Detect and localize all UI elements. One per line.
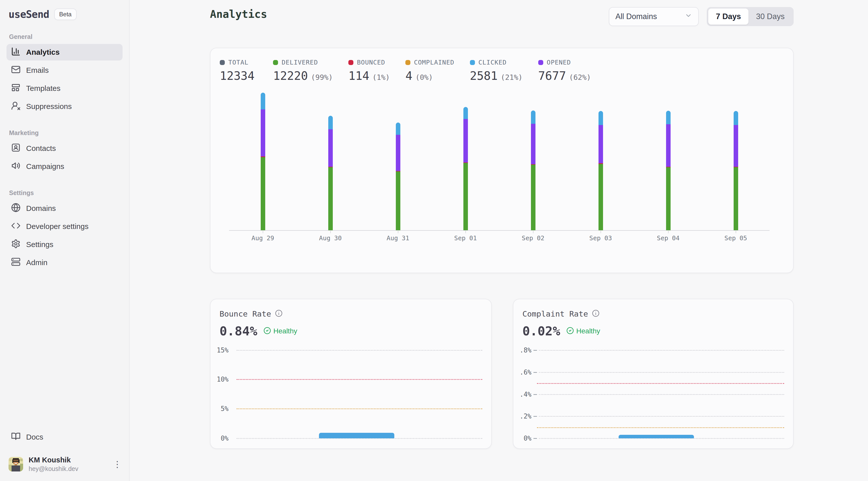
volume-bar-segment-opened xyxy=(598,125,603,163)
stat-percent: (1%) xyxy=(372,73,390,82)
x-axis-label: Sep 02 xyxy=(522,234,544,242)
sidebar-item-templates[interactable]: Templates xyxy=(6,80,123,97)
gridline-row: .8% xyxy=(519,347,784,354)
clicked-dot xyxy=(470,60,475,65)
volume-bar[interactable] xyxy=(666,111,671,230)
stats-row: TOTAL 12334 DELIVERED 12220(99%) BOUNCED… xyxy=(211,48,793,83)
section-label-marketing: Marketing xyxy=(9,129,123,136)
volume-bar[interactable] xyxy=(328,116,333,230)
book-open-icon xyxy=(11,431,21,443)
x-axis-tick xyxy=(533,231,533,233)
y-axis-label: 0% xyxy=(519,435,531,442)
sidebar-item-contacts[interactable]: Contacts xyxy=(6,140,123,157)
gridline-row: 5% xyxy=(217,405,482,413)
domain-filter-value: All Domains xyxy=(615,12,657,21)
sidebar-item-label: Contacts xyxy=(26,144,56,153)
y-axis-label: .4% xyxy=(519,391,531,398)
gridline-row: .6% xyxy=(519,368,784,376)
volume-axis-ticks xyxy=(229,231,770,233)
volume-bar-segment-clicked xyxy=(463,107,468,119)
stat-label: CLICKED xyxy=(478,59,506,66)
sidebar-item-docs[interactable]: Docs xyxy=(6,429,123,445)
sidebar-item-settings[interactable]: Settings xyxy=(6,236,123,253)
mail-icon xyxy=(11,65,21,76)
volume-bar[interactable] xyxy=(598,111,603,230)
stat-label: COMPLAINED xyxy=(414,59,454,66)
volume-bar[interactable] xyxy=(396,123,400,230)
email-volume-card: TOTAL 12334 DELIVERED 12220(99%) BOUNCED… xyxy=(210,48,794,273)
sidebar-item-emails[interactable]: Emails xyxy=(6,62,123,78)
x-axis-label: Sep 01 xyxy=(454,234,477,242)
gridline-row: .2% xyxy=(519,413,784,420)
volume-bar[interactable] xyxy=(734,111,738,230)
volume-bar-segment-clicked xyxy=(328,116,333,129)
bounce-rate-card: Bounce Rate 0.84% Healthy 15% 10% 5% 0% xyxy=(210,299,492,449)
range-30-days-button[interactable]: 30 Days xyxy=(748,8,792,25)
opened-dot xyxy=(538,60,543,65)
volume-bar-segment-delivered xyxy=(666,167,671,230)
volume-bar[interactable] xyxy=(261,93,265,230)
y-axis-tick xyxy=(533,350,537,351)
volume-bar-segment-clicked xyxy=(734,111,738,125)
app-logo: useSend xyxy=(8,8,49,20)
stat-percent: (21%) xyxy=(501,73,523,82)
stat-label: OPENED xyxy=(547,59,571,66)
x-axis-tick xyxy=(398,231,398,233)
complaint-chart: .8% .6% .4% .2% 0% xyxy=(514,299,793,448)
sidebar-item-analytics[interactable]: Analytics xyxy=(6,44,123,61)
user-email: hey@koushik.dev xyxy=(29,465,107,473)
server-icon xyxy=(11,257,21,268)
volume-x-labels: Aug 29Aug 30Aug 31Sep 01Sep 02Sep 03Sep … xyxy=(229,234,770,243)
range-7-days-button[interactable]: 7 Days xyxy=(708,8,748,25)
volume-bar-segment-delivered xyxy=(463,163,468,230)
danger-threshold-line xyxy=(237,379,482,380)
globe-icon xyxy=(11,203,21,214)
stat-percent: (62%) xyxy=(569,73,591,82)
chevron-down-icon xyxy=(685,12,692,21)
volume-bar-segment-opened xyxy=(531,124,535,164)
y-axis-label: 15% xyxy=(217,347,228,354)
user-x-icon xyxy=(11,101,21,112)
gridline-row: .4% xyxy=(519,391,784,398)
sidebar-item-domains[interactable]: Domains xyxy=(6,200,123,217)
volume-bar-segment-clicked xyxy=(261,93,265,110)
x-axis-label: Sep 05 xyxy=(724,234,747,242)
user-meta: KM Koushik hey@koushik.dev xyxy=(29,456,107,473)
volume-bar-segment-clicked xyxy=(598,111,603,125)
stat-label: BOUNCED xyxy=(357,59,385,66)
y-axis-label: .8% xyxy=(519,347,531,354)
bounce-rate-bar[interactable] xyxy=(319,433,394,438)
domain-filter-select[interactable]: All Domains xyxy=(609,7,699,26)
x-axis-tick xyxy=(600,231,601,233)
y-axis-label: 0% xyxy=(217,435,228,442)
stat-delivered: DELIVERED 12220(99%) xyxy=(273,59,333,83)
x-axis-label: Aug 30 xyxy=(319,234,342,242)
gridline xyxy=(539,350,784,351)
volume-bar-segment-opened xyxy=(666,124,671,167)
y-axis-tick xyxy=(533,372,537,373)
volume-bar-segment-delivered xyxy=(598,164,603,230)
stat-total: TOTAL 12334 xyxy=(220,59,257,83)
volume-bar-segment-delivered xyxy=(261,157,265,230)
sidebar-item-suppressions[interactable]: Suppressions xyxy=(6,98,123,115)
complaint-rate-bar[interactable] xyxy=(619,435,694,438)
volume-bar[interactable] xyxy=(463,107,468,230)
y-axis-label: 5% xyxy=(217,405,228,413)
sidebar-item-campaigns[interactable]: Campaigns xyxy=(6,158,123,175)
gridline-row: 10% xyxy=(217,376,482,383)
volume-bar-segment-clicked xyxy=(396,123,400,135)
sidebar-item-label: Domains xyxy=(26,204,56,213)
volume-bar-segment-delivered xyxy=(734,167,738,230)
delivered-dot xyxy=(273,60,278,65)
sidebar-item-developer-settings[interactable]: Developer settings xyxy=(6,218,123,235)
x-axis-tick xyxy=(668,231,669,233)
sidebar-item-admin[interactable]: Admin xyxy=(6,254,123,271)
more-options-icon[interactable]: ⋮ xyxy=(113,462,121,467)
sidebar-item-label: Settings xyxy=(26,240,53,249)
user-menu[interactable]: KM Koushik hey@koushik.dev ⋮ xyxy=(6,453,123,475)
stat-value: 4 xyxy=(405,69,412,83)
volume-bar[interactable] xyxy=(531,110,535,230)
volume-bar-segment-clicked xyxy=(531,110,535,124)
stat-opened: OPENED 7677(62%) xyxy=(538,59,591,83)
logo-row: useSend Beta xyxy=(6,7,123,20)
